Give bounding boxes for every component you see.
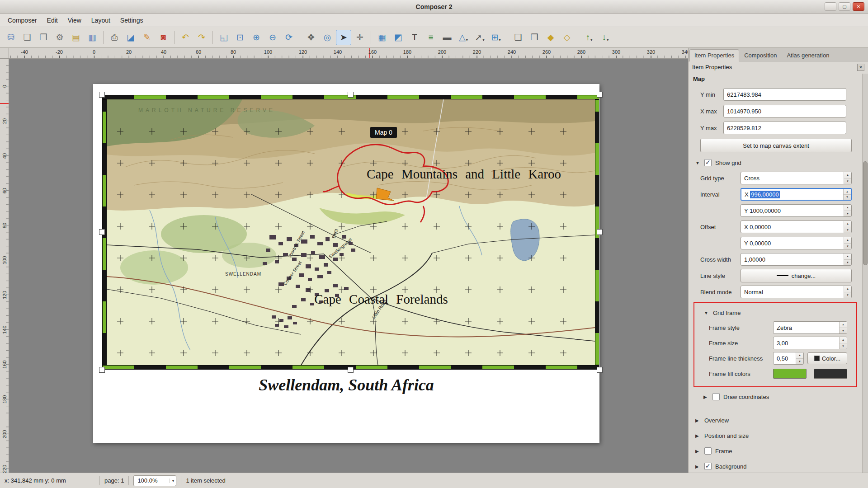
zoom-tool-button[interactable]: ◎ xyxy=(320,30,335,45)
load-from-template-button[interactable]: ▤ xyxy=(68,30,84,45)
lower-items-button[interactable]: ↓▾ xyxy=(598,30,613,45)
spin-up-icon[interactable]: ▲ xyxy=(844,286,851,292)
pan-composer-button[interactable]: ✥ xyxy=(303,30,319,45)
tab-composition[interactable]: Composition xyxy=(739,49,782,61)
spin-down-icon[interactable]: ▼ xyxy=(844,211,851,217)
menu-view[interactable]: View xyxy=(63,15,86,26)
add-new-map-button[interactable]: ▦ xyxy=(374,30,390,45)
interval-x-spinbox[interactable]: X 996,00000 ▲▼ xyxy=(741,188,852,201)
frame-checkbox[interactable] xyxy=(704,447,712,455)
show-grid-checkbox[interactable] xyxy=(704,159,712,166)
move-item-content-button[interactable]: ✛ xyxy=(352,30,368,45)
composition-page[interactable]: MARLOTH NATURE RESERVE Cape Mountains an… xyxy=(93,84,599,443)
add-arrow-button[interactable]: ➚▾ xyxy=(472,30,487,45)
unlock-items-button[interactable]: ◇ xyxy=(559,30,575,45)
frame-line-thickness-spinbox[interactable]: 0,50 ▲▼ xyxy=(773,352,804,365)
add-label-button[interactable]: T xyxy=(407,30,422,45)
panel-scrollbar[interactable] xyxy=(862,74,868,473)
menu-layout[interactable]: Layout xyxy=(86,15,115,26)
selection-handle-middle-left[interactable] xyxy=(99,229,105,235)
spin-down-icon[interactable]: ▼ xyxy=(844,195,851,200)
spin-up-icon[interactable]: ▲ xyxy=(844,172,851,178)
frame-style-combo[interactable]: Zebra ▲▼ xyxy=(773,321,847,334)
export-as-image-button[interactable]: ◪ xyxy=(123,30,138,45)
show-grid-expander-icon[interactable]: ▼ xyxy=(695,160,701,165)
line-style-change-button[interactable]: change... xyxy=(741,269,852,282)
minimize-button[interactable]: — xyxy=(825,2,836,11)
draw-coordinates-expander-icon[interactable]: ▶ xyxy=(703,394,709,399)
selection-handle-top-right[interactable] xyxy=(597,92,603,98)
ungroup-items-button[interactable]: ❒ xyxy=(527,30,542,45)
selection-handle-top-left[interactable] xyxy=(99,92,105,98)
raise-items-button[interactable]: ↑▾ xyxy=(581,30,597,45)
menu-composer[interactable]: Composer xyxy=(3,15,42,26)
selection-handle-middle-right[interactable] xyxy=(597,229,603,235)
menu-settings[interactable]: Settings xyxy=(115,15,148,26)
spin-down-icon[interactable]: ▼ xyxy=(844,260,851,266)
selection-handle-top-center[interactable] xyxy=(348,92,354,98)
cross-width-spinbox[interactable]: 1,00000 ▲▼ xyxy=(741,253,852,266)
add-legend-button[interactable]: ≡ xyxy=(423,30,439,45)
tab-atlas-generation[interactable]: Atlas generation xyxy=(782,49,834,61)
lock-items-button[interactable]: ◆ xyxy=(543,30,558,45)
selection-handle-bottom-right[interactable] xyxy=(597,367,603,373)
ymax-input[interactable] xyxy=(723,122,846,134)
overview-expander-icon[interactable]: ▶ xyxy=(695,418,701,423)
spin-up-icon[interactable]: ▲ xyxy=(840,337,847,343)
map-item[interactable]: MARLOTH NATURE RESERVE Cape Mountains an… xyxy=(107,99,595,365)
spin-down-icon[interactable]: ▼ xyxy=(796,359,803,365)
new-composer-button[interactable]: ❏ xyxy=(19,30,35,45)
spin-down-icon[interactable]: ▼ xyxy=(844,292,851,298)
refresh-view-button[interactable]: ⟳ xyxy=(281,30,297,45)
set-extent-button[interactable]: Set to map canvas extent xyxy=(700,139,852,152)
interval-y-spinbox[interactable]: Y 1000,00000 ▲▼ xyxy=(741,204,852,217)
save-as-template-button[interactable]: ▥ xyxy=(85,30,100,45)
add-attribute-table-button[interactable]: ⊞▾ xyxy=(488,30,504,45)
offset-x-spinbox[interactable]: X 0,00000 ▲▼ xyxy=(741,221,852,233)
print-button[interactable]: ⎙ xyxy=(107,30,122,45)
spin-up-icon[interactable]: ▲ xyxy=(840,322,847,328)
blend-mode-combo[interactable]: Normal ▲▼ xyxy=(741,286,852,298)
zoom-full-button[interactable]: ◱ xyxy=(216,30,231,45)
export-as-pdf-button[interactable]: ◙ xyxy=(156,30,171,45)
draw-coordinates-checkbox[interactable] xyxy=(712,393,720,400)
close-button[interactable]: ✕ xyxy=(853,2,864,11)
spin-up-icon[interactable]: ▲ xyxy=(844,189,851,195)
export-as-svg-button[interactable]: ✎ xyxy=(139,30,155,45)
group-items-button[interactable]: ❑ xyxy=(510,30,526,45)
grid-type-combo[interactable]: Cross ▲▼ xyxy=(741,172,852,184)
scrollbar-thumb[interactable] xyxy=(863,161,868,265)
composition-canvas[interactable]: MARLOTH NATURE RESERVE Cape Mountains an… xyxy=(9,59,688,473)
offset-y-spinbox[interactable]: Y 0,00000 ▲▼ xyxy=(741,237,852,249)
selection-handle-bottom-center[interactable] xyxy=(348,367,354,373)
grid-frame-expander-icon[interactable]: ▼ xyxy=(704,310,709,315)
spin-up-icon[interactable]: ▲ xyxy=(796,352,803,359)
add-scalebar-button[interactable]: ▬ xyxy=(439,30,455,45)
undo-button[interactable]: ↶ xyxy=(178,30,193,45)
panel-close-icon[interactable]: ✕ xyxy=(857,64,864,71)
zoom-in-button[interactable]: ⊕ xyxy=(249,30,264,45)
background-checkbox[interactable] xyxy=(704,463,712,470)
spin-down-icon[interactable]: ▼ xyxy=(840,328,847,334)
spin-up-icon[interactable]: ▲ xyxy=(844,237,851,244)
background-expander-icon[interactable]: ▶ xyxy=(695,464,701,469)
spin-up-icon[interactable]: ▲ xyxy=(844,253,851,260)
spin-down-icon[interactable]: ▼ xyxy=(844,178,851,184)
position-size-expander-icon[interactable]: ▶ xyxy=(695,433,701,438)
save-project-button[interactable]: ⛁ xyxy=(3,30,19,45)
frame-fill-color-2[interactable] xyxy=(814,369,847,379)
selection-handle-bottom-left[interactable] xyxy=(99,367,105,373)
select-move-item-button[interactable]: ➤ xyxy=(336,30,351,45)
add-image-button[interactable]: ◩ xyxy=(391,30,406,45)
maximize-button[interactable]: ▢ xyxy=(839,2,850,11)
menu-edit[interactable]: Edit xyxy=(42,15,63,26)
redo-button[interactable]: ↷ xyxy=(194,30,209,45)
add-shape-button[interactable]: △▾ xyxy=(456,30,471,45)
spin-down-icon[interactable]: ▼ xyxy=(844,244,851,249)
zoom-level-combo[interactable]: 100.0% ▾ xyxy=(133,475,176,486)
spin-up-icon[interactable]: ▲ xyxy=(844,221,851,227)
composer-manager-button[interactable]: ⚙ xyxy=(52,30,67,45)
frame-color-button[interactable]: Color... xyxy=(807,352,847,364)
zoom-out-button[interactable]: ⊖ xyxy=(265,30,280,45)
duplicate-composer-button[interactable]: ❐ xyxy=(36,30,51,45)
